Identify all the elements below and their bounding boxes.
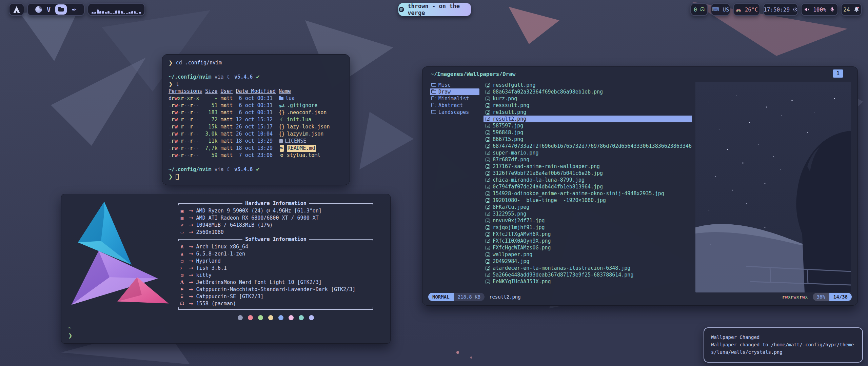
file-list-item[interactable]: nnvuv0xj2df71.jpg bbox=[484, 217, 692, 224]
file-list-item[interactable]: 596848.jpg bbox=[484, 129, 692, 136]
owner: matt bbox=[220, 130, 233, 138]
file-list-item[interactable]: chica-mirando-la-luna-8799.jpg bbox=[484, 177, 692, 183]
visualizer-bar bbox=[94, 12, 96, 14]
image-file-icon bbox=[486, 97, 490, 101]
tab-page-badge[interactable]: 1 bbox=[833, 69, 843, 78]
file-list-item[interactable]: rsjqojlmjhf91.jpg bbox=[484, 224, 692, 231]
sidebar-directory[interactable]: Misc bbox=[430, 82, 479, 88]
file-list-item[interactable]: super-mario.png bbox=[484, 149, 692, 156]
file-list-item[interactable]: 587597.jpg bbox=[484, 122, 692, 129]
open-folder-icon bbox=[431, 83, 436, 87]
app-launcher-button[interactable] bbox=[9, 3, 24, 16]
file-list-item[interactable]: 3126f7e9bbf21a8a4af0b67b041c6e26.jpg bbox=[484, 170, 692, 177]
theme-icon bbox=[178, 287, 186, 292]
file-name: FXfcJlTXgAMvH6R.png bbox=[493, 231, 551, 237]
visualizer-bar bbox=[102, 11, 104, 14]
file-manager-icon-active[interactable] bbox=[55, 4, 67, 15]
visualizer-bar bbox=[129, 12, 131, 14]
palette-dot bbox=[268, 315, 273, 320]
sidebar-directory[interactable]: Abstract bbox=[430, 102, 479, 109]
file-list-item[interactable]: result2.png bbox=[484, 116, 692, 122]
sidebar-directory[interactable]: Minimalist bbox=[430, 95, 479, 102]
now-playing-widget[interactable]: thrown - on the verge bbox=[398, 3, 471, 16]
file-size: 183 bbox=[208, 109, 217, 116]
permissions: .rw-r--r-- bbox=[169, 116, 202, 123]
file-list-item[interactable]: atardecer-en-la-montanas-ilustracion-634… bbox=[484, 265, 692, 271]
paintbrush-icon[interactable]: ✒ bbox=[72, 6, 77, 13]
image-file-icon bbox=[486, 178, 490, 182]
notifications-widget[interactable]: 24 bbox=[841, 3, 862, 16]
clock-widget[interactable]: 17:50:29 bbox=[763, 3, 798, 16]
file-name: 5a266e448add93deab367d87173e9f25-6837886… bbox=[493, 272, 633, 278]
check-icon: ✔ bbox=[256, 74, 260, 81]
file-list-item[interactable]: kurz.png bbox=[484, 95, 692, 102]
file-list-item[interactable]: resssult.png bbox=[484, 102, 692, 109]
info-row: 10948MiB / 64183MiB (17%) bbox=[178, 221, 373, 228]
info-value: kitty bbox=[196, 272, 212, 278]
file-list-item[interactable]: 68747470733a2f2f696d616765732d7769786d70… bbox=[484, 143, 692, 149]
shell-icon bbox=[178, 266, 186, 270]
keyboard-layout-widget[interactable]: ⌨ US bbox=[711, 3, 730, 16]
audio-widget[interactable]: 100% bbox=[801, 3, 838, 16]
arrow-icon bbox=[189, 265, 193, 271]
file-list-item[interactable]: 5a266e448add93deab367d87173e9f25-6837886… bbox=[484, 271, 692, 278]
file-list-item[interactable]: 20492984.jpg bbox=[484, 258, 692, 265]
arch-icon bbox=[178, 244, 186, 249]
weather-widget[interactable]: 26°C bbox=[733, 3, 760, 16]
file-list-item[interactable]: FXfcHgcWIAMzs0G.png bbox=[484, 244, 692, 251]
info-row: AMD Ryzen 9 5900X (24) @ 4.9GHz [61.3°on… bbox=[178, 207, 373, 214]
file-list-item[interactable]: EeNKYgIUcAAJ5JX.png bbox=[484, 278, 692, 285]
file-list-item[interactable]: re1sult.png bbox=[484, 109, 692, 116]
file-list-item[interactable]: 866715.png bbox=[484, 136, 692, 143]
info-row: kitty bbox=[178, 271, 373, 279]
file-list-item[interactable]: 08a634fa02a32364f69ebc86a98eb1eb.png bbox=[484, 88, 692, 95]
info-row: Arch Linux x86_64 bbox=[178, 243, 373, 250]
image-file-icon bbox=[486, 225, 490, 230]
file-name: 20492984.jpg bbox=[493, 258, 529, 264]
ls-row: .rw-r--r-- 72 matt 12 oct 15:32 init.lua bbox=[169, 116, 343, 123]
info-row: 1558 (pacman) bbox=[178, 300, 373, 307]
file-list-item[interactable]: 0c794faf07de24a4db4d4fb1eb813964.jpg bbox=[484, 183, 692, 190]
sidebar-directory[interactable]: Draw bbox=[430, 88, 479, 95]
moon-icon bbox=[279, 116, 285, 123]
visualizer-bar bbox=[118, 11, 120, 14]
keyboard-icon: ⌨ bbox=[712, 6, 719, 13]
date-modified: 7 oct 23:06 bbox=[236, 152, 276, 159]
file-list-item[interactable]: 8FKa7Cu.jpeg bbox=[484, 204, 692, 210]
image-preview bbox=[695, 82, 851, 292]
image-file-icon bbox=[486, 110, 490, 115]
file-list-item[interactable]: 87r687df.png bbox=[484, 156, 692, 163]
info-value: Catppuccin-Macchiato-Standard-Lavender-D… bbox=[196, 286, 356, 292]
file-list-item[interactable]: FXfcII0X0AQyn9X.png bbox=[484, 238, 692, 244]
directory-name: Draw bbox=[438, 89, 451, 95]
visualizer-bar bbox=[105, 12, 107, 14]
visualizer-bar bbox=[97, 9, 99, 14]
file-list-item[interactable]: ressdfgult.png bbox=[484, 82, 692, 88]
file-list-item[interactable]: 3122955.png bbox=[484, 210, 692, 217]
updates-widget[interactable]: 0 ᗣ bbox=[690, 3, 708, 16]
status-bar: NORMAL 218.8 KB result2.png -rwxrwxrwx 3… bbox=[428, 292, 852, 301]
permissions: .rw-r--r-- bbox=[169, 130, 202, 138]
notification-toast[interactable]: Wallpaper Changed Wallpaper changed to /… bbox=[704, 327, 863, 363]
dock: V ✒ bbox=[27, 3, 85, 16]
spotify-icon bbox=[398, 6, 404, 13]
visualizer-bar bbox=[113, 13, 115, 14]
firefox-icon[interactable] bbox=[35, 6, 42, 13]
visualizer-bar bbox=[99, 11, 101, 14]
info-value: AMD Ryzen 9 5900X (24) @ 4.9GHz [61.3°on… bbox=[196, 208, 322, 214]
sidebar-directory[interactable]: Landscapes bbox=[430, 109, 479, 116]
file-name: kurz.png bbox=[493, 96, 517, 102]
visualizer-bar bbox=[110, 13, 112, 14]
file-list-item[interactable]: 19201080-__blue-tinge__-1920×1080.jpg bbox=[484, 197, 692, 204]
fetch-window: Hardware Information AMD Ryzen 9 5900X (… bbox=[61, 194, 391, 344]
file-manager-window: ~/Imagenes/Wallpapers/Draw 1 Misc Draw M… bbox=[422, 66, 858, 306]
file-list-item[interactable]: wallpaper.png bbox=[484, 251, 692, 258]
file-list-item[interactable]: FXfcJlTXgAMvH6R.png bbox=[484, 231, 692, 238]
date-modified: 6 oct 00:31 bbox=[236, 109, 276, 116]
open-folder-icon bbox=[431, 110, 436, 114]
file-list-item[interactable]: 154928-odinokoe_anime-art-anime-okno-sin… bbox=[484, 190, 692, 197]
file-name: 8FKa7Cu.jpeg bbox=[493, 204, 529, 210]
file-list-item[interactable]: 217167-sad-anime-rain-wallpaper.png bbox=[484, 163, 692, 170]
file-name: chica-mirando-la-luna-8799.jpg bbox=[493, 177, 585, 183]
neovim-icon[interactable]: V bbox=[47, 6, 51, 13]
